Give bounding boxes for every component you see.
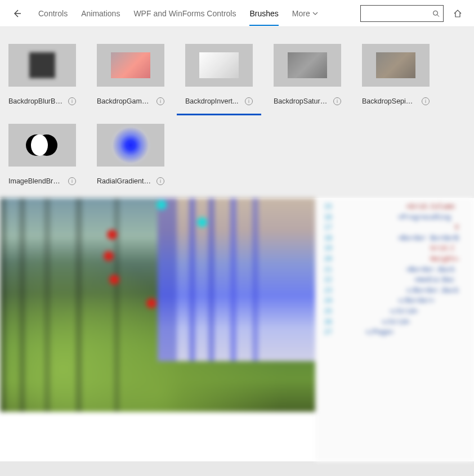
nav-tabs: Controls Animations WPF and WinForms Con… <box>32 0 325 27</box>
search-input[interactable] <box>365 9 432 17</box>
search-box[interactable] <box>360 5 444 22</box>
nav-tab-controls[interactable]: Controls <box>32 0 74 27</box>
gallery-grid: BackdropBlurBr... i BackdropGamm... i Ba… <box>8 44 466 187</box>
card-label: BackdropSatura... <box>274 97 328 105</box>
nav-tab-label: WPF and WinForms Controls <box>133 9 236 18</box>
gallery-card-radial-gradient[interactable]: RadialGradientB... i <box>97 124 164 187</box>
background-preview: 15 <Grid.Column16 <ProgressRing 17 V18 <… <box>0 198 474 461</box>
back-arrow-icon <box>12 9 21 18</box>
nav-tab-wpf-winforms[interactable]: WPF and WinForms Controls <box>127 0 243 27</box>
nav-tab-brushes[interactable]: Brushes <box>243 0 285 27</box>
chevron-down-icon <box>312 11 318 16</box>
card-label: BackdropSepiaB... <box>362 97 416 105</box>
card-thumb <box>362 44 430 87</box>
card-label: BackdropGamm... <box>97 97 151 105</box>
home-icon <box>453 9 462 18</box>
top-nav: Controls Animations WPF and WinForms Con… <box>0 0 474 27</box>
gallery-card-backdrop-blur[interactable]: BackdropBlurBr... i <box>8 44 76 107</box>
brushes-gallery: BackdropBlurBr... i BackdropGamm... i Ba… <box>0 27 474 198</box>
invert-overlay-region <box>158 198 315 361</box>
card-thumb <box>185 44 253 87</box>
preview-image <box>0 198 315 412</box>
code-pane: 15 <Grid.Column16 <ProgressRing 17 V18 <… <box>315 198 474 461</box>
card-label: BackdropBlurBr... <box>8 97 62 105</box>
card-thumb <box>274 44 341 87</box>
gallery-card-image-blend[interactable]: ImageBlendBrush i <box>8 124 76 187</box>
nav-tab-more[interactable]: More <box>285 0 325 27</box>
bottom-bar <box>0 461 474 476</box>
info-icon[interactable]: i <box>422 97 430 105</box>
home-button[interactable] <box>449 5 466 22</box>
card-thumb <box>97 44 164 87</box>
info-icon[interactable]: i <box>68 97 76 105</box>
nav-tab-label: More <box>292 9 310 18</box>
card-thumb <box>97 124 164 167</box>
info-icon[interactable]: i <box>156 97 164 105</box>
svg-point-0 <box>433 11 438 15</box>
info-icon[interactable]: i <box>68 177 76 185</box>
card-label: ImageBlendBrush <box>8 177 62 185</box>
info-icon[interactable]: i <box>245 97 253 105</box>
gallery-card-backdrop-gamma[interactable]: BackdropGamm... i <box>97 44 164 107</box>
nav-tab-label: Animations <box>81 9 120 18</box>
card-thumb <box>8 44 76 87</box>
nav-tab-animations[interactable]: Animations <box>74 0 127 27</box>
card-thumb <box>8 124 76 167</box>
info-icon[interactable]: i <box>156 177 164 185</box>
gallery-card-backdrop-saturation[interactable]: BackdropSatura... i <box>274 44 341 107</box>
card-label: BackdropInvert... <box>185 97 239 105</box>
nav-tab-label: Brushes <box>249 9 278 18</box>
back-button[interactable] <box>8 5 26 23</box>
search-icon <box>432 10 440 17</box>
gallery-card-backdrop-sepia[interactable]: BackdropSepiaB... i <box>362 44 430 107</box>
info-icon[interactable]: i <box>333 97 341 105</box>
gallery-card-backdrop-invert[interactable]: BackdropInvert... i <box>185 44 253 107</box>
card-label: RadialGradientB... <box>97 177 151 185</box>
nav-tab-label: Controls <box>38 9 68 18</box>
